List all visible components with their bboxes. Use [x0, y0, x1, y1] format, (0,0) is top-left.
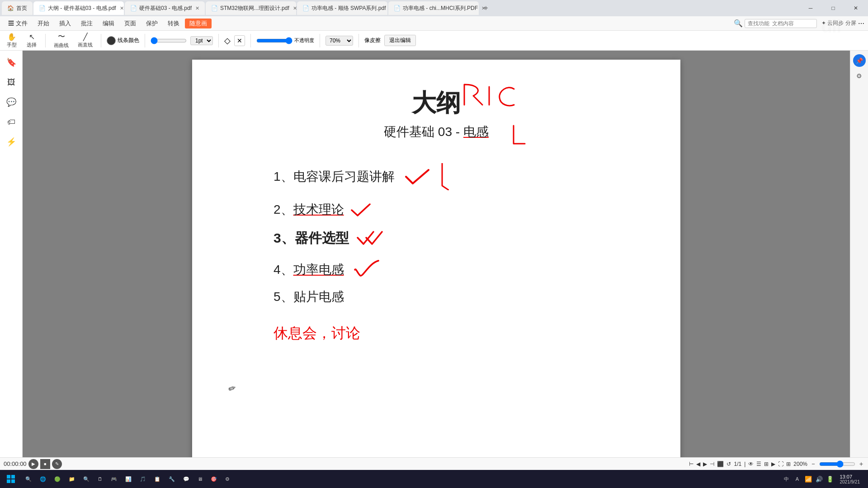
- menu-freehand[interactable]: 随意画: [185, 19, 212, 28]
- tab-pdf-stm32-label: STM32物联网...理图设计.pdf: [220, 5, 289, 12]
- page-area[interactable]: 大纲 硬件基础 03 - 电感: [23, 51, 850, 474]
- tab-pdf-stm32[interactable]: 📄 STM32物联网...理图设计.pdf ✕: [206, 1, 296, 15]
- menu-annotate[interactable]: 批注: [76, 19, 97, 28]
- pdf-icon-4: 📄: [302, 5, 309, 11]
- menu-page[interactable]: 页面: [120, 19, 141, 28]
- stop-button[interactable]: ■: [40, 459, 50, 469]
- line-icon: ╱: [83, 33, 88, 41]
- pdf-icon-3: 📄: [211, 5, 217, 11]
- exit-edit-button[interactable]: 退出编辑: [384, 35, 416, 46]
- tab-pdf-mhci[interactable]: 📄 功率电感 - chi...MHCI系列.PDF ✕: [388, 1, 479, 15]
- menu-insert[interactable]: 插入: [55, 19, 75, 28]
- opacity-slider[interactable]: [256, 37, 292, 44]
- taskbar-app10[interactable]: 🖥: [194, 471, 206, 487]
- taskbar-app4[interactable]: 🎮: [107, 471, 121, 487]
- taskbar-search[interactable]: 🔍: [22, 471, 35, 487]
- windows-taskbar: 🔍 🌐 🟢 📁 🔍 🗒 🎮 📊 🎵 📋 🔧 💬 🖥 🎯 ⚙ 中 A 📶 🔊 🔋 …: [0, 470, 868, 488]
- curve-tool[interactable]: 〜 画曲线: [51, 31, 71, 50]
- color-picker[interactable]: [107, 36, 116, 45]
- sidebar-thumbnail[interactable]: 🖼: [3, 74, 19, 90]
- menu-convert[interactable]: 转换: [163, 19, 184, 28]
- rotate-button[interactable]: ↺: [726, 461, 731, 467]
- search-input[interactable]: [745, 19, 817, 28]
- toolbar-toggle[interactable]: ⋯: [858, 20, 864, 27]
- taskbar-app11[interactable]: 🎯: [207, 471, 221, 487]
- taskbar-app12[interactable]: ⚙: [222, 471, 233, 487]
- maximize-button[interactable]: □: [823, 1, 844, 15]
- sidebar-tag[interactable]: 🏷: [3, 114, 19, 130]
- footer-text: 休息会，讨论: [274, 324, 626, 343]
- tab-close-5[interactable]: ✕: [481, 5, 486, 11]
- menu-start[interactable]: 开始: [33, 19, 54, 28]
- stroke-width-slider[interactable]: [151, 37, 187, 44]
- line-tool[interactable]: ╱ 画直线: [75, 32, 95, 49]
- tab-pdf-power[interactable]: 📄 功率电感 - 顺络 SWPA系列.pdf ✕: [297, 1, 387, 15]
- fit-page-button[interactable]: ⬛: [717, 461, 724, 467]
- status-bar: 00:00:00 ▶ ■ ✎ ⊢ ◀ ▶ ⊣ ⬛ ↺ 1/1 | 👁 ☰ ⊞ ▶…: [0, 457, 868, 470]
- checkmark-3: [356, 230, 388, 248]
- stroke-width-select[interactable]: 1pt 2pt 3pt: [190, 36, 213, 45]
- close-button[interactable]: ✕: [845, 1, 866, 15]
- subtitle-inductor: 电感: [463, 125, 489, 139]
- clear-button[interactable]: ✕: [234, 35, 245, 46]
- tab-close-2[interactable]: ✕: [195, 5, 199, 11]
- taskbar-app2[interactable]: 🔍: [80, 471, 93, 487]
- clock-area[interactable]: 13:07 2021/9/21: [836, 474, 864, 484]
- tab-pdf-outline[interactable]: 📄 大纲 - 硬件基础03 - 电感.pdf ✕: [33, 1, 124, 15]
- menu-protect[interactable]: 保护: [142, 19, 162, 28]
- start-button[interactable]: [2, 470, 20, 488]
- tab-pdf-inductor[interactable]: 📄 硬件基础03 - 电感.pdf ✕: [125, 1, 205, 15]
- hand-tool[interactable]: ✋ 手型: [4, 32, 20, 49]
- tab-pdf-outline-label: 大纲 - 硬件基础03 - 电感.pdf: [48, 5, 116, 12]
- play-button[interactable]: ▶: [28, 459, 38, 469]
- taskbar-app9[interactable]: 💬: [179, 471, 193, 487]
- taskbar-app8[interactable]: 🔧: [165, 471, 179, 487]
- sidebar-comment[interactable]: 💬: [3, 94, 19, 110]
- tab-close-1[interactable]: ✕: [120, 5, 124, 11]
- record-button[interactable]: ✎: [52, 459, 62, 469]
- status-divider: |: [744, 461, 745, 467]
- taskbar-app7[interactable]: 📋: [151, 471, 164, 487]
- taskbar-app1[interactable]: 🟢: [51, 471, 64, 487]
- separator-4: [218, 34, 219, 47]
- prev-page-button[interactable]: ◀: [696, 461, 700, 467]
- pdf-page: 大纲 硬件基础 03 - 电感: [192, 60, 680, 466]
- minimize-button[interactable]: ─: [800, 1, 821, 15]
- sidebar-lightning[interactable]: ⚡: [3, 134, 19, 150]
- taskbar-app3[interactable]: 🗒: [94, 471, 106, 487]
- show-desktop-button[interactable]: [863, 470, 866, 488]
- next-page-button[interactable]: ▶: [703, 461, 707, 467]
- select-tool[interactable]: ↖ 选择: [24, 32, 40, 49]
- last-page-button[interactable]: ⊣: [710, 461, 714, 467]
- right-icon-active[interactable]: 📌: [853, 54, 866, 67]
- item2-num: 2、: [274, 201, 293, 218]
- zoom-select[interactable]: 70% 100% 150% 200%: [326, 36, 353, 46]
- window-controls: ─ □ ✕: [800, 1, 866, 15]
- first-page-button[interactable]: ⊢: [689, 461, 693, 467]
- network-icon[interactable]: 📶: [804, 474, 813, 483]
- menu-edit[interactable]: 编辑: [98, 19, 119, 28]
- battery-icon[interactable]: 🔋: [826, 474, 835, 483]
- checkmark-2: [349, 202, 372, 218]
- right-icon-settings[interactable]: ⚙: [853, 70, 866, 82]
- tab-home[interactable]: 🏠 首页: [2, 1, 33, 15]
- zoom-out-button[interactable]: －: [810, 460, 816, 468]
- tab-close-3[interactable]: ✕: [293, 5, 297, 11]
- zoom-level: 200%: [793, 461, 807, 467]
- ime-icon[interactable]: A: [793, 474, 802, 483]
- menu-file[interactable]: ☰ 文件: [4, 19, 32, 28]
- split-label: 分屏: [845, 19, 856, 27]
- zoom-in-button[interactable]: ＋: [858, 460, 864, 468]
- volume-icon[interactable]: 🔊: [815, 474, 824, 483]
- zoom-slider[interactable]: [819, 460, 855, 468]
- separator-1: [45, 34, 46, 47]
- lang-icon[interactable]: 中: [782, 474, 791, 483]
- item3-num: 3、: [274, 229, 295, 248]
- taskbar-app5[interactable]: 📊: [122, 471, 135, 487]
- view-icon: ☰: [756, 461, 761, 467]
- taskbar-explorer[interactable]: 📁: [65, 471, 79, 487]
- sidebar-bookmark[interactable]: 🔖: [3, 54, 19, 70]
- select-icon: ↖: [29, 33, 35, 41]
- taskbar-app6[interactable]: 🎵: [136, 471, 150, 487]
- taskbar-edge[interactable]: 🌐: [36, 471, 50, 487]
